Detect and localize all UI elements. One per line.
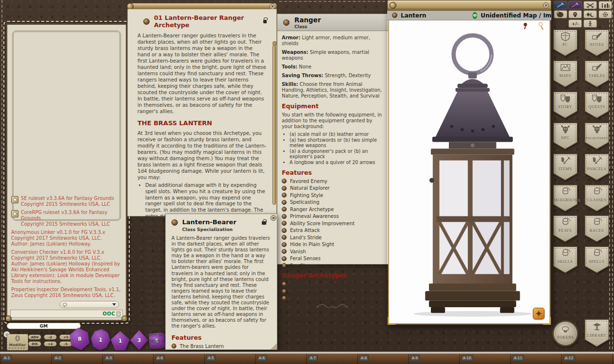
chat-window: 5E ruleset v3.3.6A for Fantasy Grounds C… bbox=[6, 23, 127, 321]
sidebar-item-classes[interactable]: CLASSES bbox=[584, 184, 609, 212]
pouch-button[interactable] bbox=[554, 10, 567, 18]
sidebar-item-skills[interactable]: SKILLS bbox=[553, 246, 578, 273]
sidebar-item-library[interactable]: LIBRARY bbox=[584, 319, 609, 347]
sidebar-item-encounters[interactable]: ENCOUNTERS bbox=[584, 122, 609, 149]
modifier-label: Modifier bbox=[7, 343, 28, 347]
effects-button[interactable] bbox=[568, 10, 582, 18]
helm-icon bbox=[584, 248, 609, 258]
sidebar-item-feats[interactable]: FEATS bbox=[553, 215, 578, 242]
feature-link[interactable]: Primeval Awareness bbox=[282, 214, 384, 219]
sidebar-item-notes[interactable]: NOTES bbox=[584, 29, 609, 56]
sidebar-item-maps[interactable]: MAPS bbox=[553, 60, 578, 87]
modifier-box[interactable]: 0 Modifier bbox=[7, 334, 28, 350]
identified-badge[interactable]: ID bbox=[473, 12, 478, 19]
horned-skull-icon bbox=[553, 124, 578, 135]
archetype-link[interactable]: Lantern-Bearer bbox=[282, 281, 384, 287]
top-edge-stitching bbox=[279, 1, 385, 2]
sidebar-item-backgrounds[interactable]: BACKGROUNDS bbox=[553, 184, 578, 212]
gear-icon bbox=[602, 11, 609, 18]
features-heading: Features bbox=[282, 169, 384, 176]
sidebar-item-quests[interactable]: QUESTS bbox=[584, 91, 609, 118]
dis-button[interactable]: DIS bbox=[28, 341, 41, 347]
helm-icon bbox=[584, 186, 609, 196]
story-intro: A Lantern-Bearer ranger guides travelers… bbox=[137, 33, 267, 115]
frame-bracket bbox=[388, 317, 395, 325]
link-icon[interactable] bbox=[392, 13, 397, 18]
stat-line: Saving Throws: Strength, Dexterity bbox=[282, 73, 384, 79]
sidebar-item-story[interactable]: STORY bbox=[553, 91, 578, 118]
feature-link[interactable]: Vanish bbox=[282, 249, 384, 254]
feature-link[interactable]: Hide in Plain Sight bbox=[282, 242, 384, 247]
feature-link[interactable]: Foe Slayer bbox=[282, 263, 384, 268]
sidebar-item-tokens[interactable]: TOKENS bbox=[552, 320, 579, 347]
feature-link[interactable]: Feral Senses bbox=[282, 256, 384, 261]
coord-label: A-3 bbox=[104, 355, 114, 361]
fantasy-grounds-desktop: 5E ruleset v3.3.6A for Fantasy Grounds C… bbox=[0, 0, 614, 364]
gm-label: GM bbox=[40, 324, 48, 329]
close-icon[interactable]: × bbox=[271, 215, 276, 221]
link-icon[interactable] bbox=[283, 19, 290, 26]
red-pin-icon[interactable] bbox=[524, 23, 527, 26]
coord-label: A-11 bbox=[512, 355, 524, 361]
fold-corner bbox=[271, 337, 277, 349]
link-icon[interactable] bbox=[171, 219, 178, 226]
chat-input[interactable]: OOC bbox=[10, 310, 123, 318]
chat-log[interactable]: 5E ruleset v3.3.6A for Fantasy Grounds C… bbox=[11, 196, 122, 298]
lighting-button[interactable] bbox=[583, 10, 597, 18]
minus-2-button[interactable]: -2 bbox=[44, 334, 57, 340]
link-icon[interactable] bbox=[143, 18, 150, 25]
close-icon[interactable]: × bbox=[543, 2, 549, 8]
gem-bullet-icon bbox=[282, 193, 287, 198]
image-window-drag-handle[interactable]: × bbox=[387, 0, 551, 11]
chat-mode-dropdown[interactable] bbox=[60, 301, 119, 308]
gem-bullet-icon bbox=[282, 200, 287, 205]
d20-die[interactable]: 8 bbox=[68, 326, 92, 352]
ranger-class-window: Ranger Class Armor: Light armor, medium … bbox=[277, 14, 389, 265]
ranger-window-header[interactable]: Ranger Class bbox=[277, 14, 388, 31]
feature-link[interactable]: Fighting Style bbox=[282, 193, 384, 198]
lock-icon[interactable] bbox=[262, 221, 266, 225]
d10-die[interactable]: 1 bbox=[111, 331, 130, 350]
sidebar-item-spells[interactable]: SPELLS bbox=[584, 246, 609, 273]
coord-label: A-6 bbox=[257, 355, 267, 361]
sidebar-item-tables[interactable]: TABLES bbox=[584, 60, 609, 87]
adv-button[interactable]: ADV bbox=[28, 334, 41, 340]
left-edge-stitching bbox=[1, 0, 2, 364]
gold-pin-icon[interactable] bbox=[539, 22, 543, 26]
scrollbar[interactable] bbox=[273, 45, 276, 205]
sidebar-item-pc[interactable]: PC bbox=[553, 29, 578, 56]
feature-link[interactable]: Extra Attack bbox=[282, 228, 384, 233]
sidebar-item-npc[interactable]: NPC bbox=[553, 122, 578, 149]
gem-bullet-icon bbox=[282, 228, 287, 233]
sidebar-item-items[interactable]: ITEMS bbox=[553, 153, 578, 181]
chat-message: Anonymous Linker v0.1.0 for FG V.3.3.x C… bbox=[11, 230, 122, 247]
spec-window-header[interactable]: Lantern-Bearer Class Specialization bbox=[166, 214, 277, 234]
chat-message: Properties Inspector Development Tools, … bbox=[11, 287, 122, 298]
red-sword-icon bbox=[570, 2, 580, 8]
coord-label: A-7 bbox=[308, 355, 318, 361]
ooc-button[interactable]: OOC bbox=[102, 311, 115, 316]
archetype-link[interactable]: Stormcloak bbox=[282, 288, 384, 294]
sidebar-item-parcels[interactable]: PARCELS bbox=[584, 153, 609, 181]
chat-message: CoreRPG ruleset v3.3.6A for Fantasy Grou… bbox=[21, 210, 122, 227]
feature-link[interactable]: The Brass Lantern bbox=[171, 344, 271, 349]
feature-link[interactable]: Favored Enemy bbox=[282, 179, 384, 184]
feature-link[interactable]: Spellcasting bbox=[282, 199, 384, 205]
feature-link[interactable]: Ability Score Improvement bbox=[282, 221, 384, 226]
d12-die[interactable]: 1 bbox=[90, 328, 111, 351]
lock-icon[interactable] bbox=[263, 20, 267, 23]
helm-icon bbox=[553, 186, 578, 196]
feature-link[interactable]: Natural Explorer bbox=[282, 185, 384, 191]
feature-link[interactable]: Land's Stride bbox=[282, 235, 384, 240]
sidebar-item-races[interactable]: RACES bbox=[584, 215, 609, 242]
pointer-mode-blue-button[interactable] bbox=[554, 1, 567, 9]
combat-tracker-button[interactable] bbox=[583, 1, 597, 9]
plus-2-button[interactable]: +2 bbox=[44, 341, 57, 347]
archetype-link[interactable]: Thornguard bbox=[282, 296, 384, 301]
window-title: Ranger bbox=[294, 16, 321, 24]
character-scale-button[interactable] bbox=[583, 19, 597, 28]
modifiers-button[interactable]: +/- bbox=[568, 19, 582, 28]
image-canvas[interactable] bbox=[388, 20, 550, 324]
pointer-mode-red-button[interactable] bbox=[568, 1, 582, 9]
feature-link[interactable]: Ranger Archetype bbox=[282, 207, 384, 212]
